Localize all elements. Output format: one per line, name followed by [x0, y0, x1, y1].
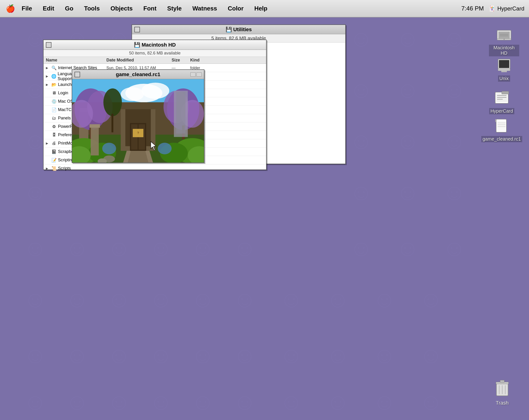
game-scene-svg: ? — [72, 79, 204, 162]
svg-text:☺: ☺ — [233, 342, 257, 368]
menu-edit[interactable]: Edit — [41, 4, 56, 13]
svg-text:☺: ☺ — [372, 389, 396, 415]
svg-text:?: ? — [137, 131, 139, 135]
game-titlebar: game_cleaned.rc1 — [72, 70, 204, 79]
menu-help[interactable]: Help — [252, 4, 269, 13]
svg-rect-28 — [176, 92, 185, 134]
menubar-items: File Edit Go Tools Objects Font Style Wa… — [20, 4, 461, 13]
file-name: Panels — [58, 116, 71, 121]
apple-icon: 🍎 — [6, 4, 15, 13]
svg-text:☺: ☺ — [107, 389, 131, 415]
file-icon: 📓 — [52, 149, 57, 154]
svg-text:☺: ☺ — [326, 286, 350, 312]
expand-triangle: ▶ — [46, 66, 50, 70]
svg-text:☺: ☺ — [65, 286, 89, 312]
apple-menu[interactable]: 🍎 — [5, 3, 16, 14]
svg-text:☺: ☺ — [396, 128, 420, 154]
desktop-icon-macintosh-hd[interactable]: Macintosh HD — [489, 25, 519, 56]
menu-go[interactable]: Go — [63, 4, 75, 13]
macintosh-hd-label: Macintosh HD — [489, 45, 519, 56]
desktop-icon-hypercard[interactable]: HyperCard — [487, 89, 517, 114]
file-icon: 🌐 — [51, 74, 56, 79]
macintosh-hd-icon — [495, 25, 513, 44]
menubar-right: 7:46 PM 🃏 HyperCard — [461, 5, 524, 12]
menubar: 🍎 File Edit Go Tools Objects Font Style … — [0, 0, 529, 17]
svg-rect-49 — [499, 60, 509, 68]
utilities-titlebar: 💾 Utilities — [132, 25, 345, 34]
desktop-icon-unix[interactable]: Unix — [489, 56, 519, 82]
svg-text:☺: ☺ — [349, 235, 373, 261]
game-cleaned-label: game_cleaned.rc1 — [481, 136, 522, 142]
file-icon: 🎛 — [52, 132, 57, 138]
menu-watness[interactable]: Watness — [190, 4, 219, 13]
svg-text:☺: ☺ — [23, 235, 47, 261]
hypercard-label: HyperCard — [489, 108, 515, 114]
file-name-cell: ▶ 📜 Scripts — [46, 166, 106, 171]
utilities-disk-icon: 💾 — [226, 26, 232, 32]
svg-text:☺: ☺ — [349, 77, 373, 103]
unix-label: Unix — [498, 75, 510, 82]
svg-text:☺: ☺ — [233, 235, 257, 261]
file-icon: ⚙ — [52, 124, 57, 129]
menu-tools[interactable]: Tools — [82, 4, 102, 13]
expand-triangle: ▶ — [46, 83, 50, 86]
menu-file[interactable]: File — [20, 4, 34, 13]
svg-text:☺: ☺ — [149, 342, 173, 368]
col-kind: Kind — [190, 58, 264, 63]
svg-text:☺: ☺ — [349, 128, 373, 154]
svg-rect-43 — [499, 32, 510, 39]
desktop: 🍎 File Edit Go Tools Objects Font Style … — [0, 0, 529, 420]
svg-text:☺: ☺ — [65, 389, 89, 415]
svg-rect-38 — [89, 124, 100, 128]
expand-triangle: ▶ — [46, 167, 50, 170]
svg-point-36 — [158, 143, 172, 154]
svg-text:☺: ☺ — [65, 235, 89, 261]
file-icon: 🔍 — [52, 66, 57, 71]
svg-text:☺: ☺ — [396, 235, 420, 261]
svg-text:☺: ☺ — [419, 389, 443, 415]
hypercard-icon-img — [492, 89, 511, 107]
svg-text:☺: ☺ — [442, 179, 466, 205]
hypercard-label: HyperCard — [497, 5, 524, 12]
svg-text:☺: ☺ — [149, 389, 173, 415]
menu-objects[interactable]: Objects — [108, 4, 134, 13]
svg-text:☺: ☺ — [396, 25, 420, 52]
svg-text:☺: ☺ — [396, 77, 420, 103]
trash-icon[interactable]: Trash — [494, 378, 510, 406]
svg-rect-26 — [112, 114, 113, 132]
svg-text:☺: ☺ — [191, 342, 215, 368]
svg-text:☺: ☺ — [442, 77, 466, 103]
menu-style[interactable]: Style — [165, 4, 184, 13]
svg-text:☺: ☺ — [279, 389, 303, 415]
file-icon: 🖨 — [52, 141, 57, 146]
svg-text:☺: ☺ — [419, 342, 443, 368]
svg-text:☺: ☺ — [349, 25, 373, 52]
file-icon: 📝 — [52, 158, 57, 163]
svg-text:☺: ☺ — [396, 179, 420, 205]
svg-text:☺: ☺ — [279, 286, 303, 312]
svg-text:☺: ☺ — [65, 342, 89, 368]
svg-text:☺: ☺ — [326, 342, 350, 368]
svg-text:☺: ☺ — [107, 235, 131, 261]
table-row[interactable]: ▶ 📜 Scripts — [43, 164, 266, 171]
svg-text:☺: ☺ — [442, 25, 466, 52]
file-name: Scripts — [58, 166, 71, 171]
expand-triangle: ▶ — [46, 142, 50, 145]
svg-text:☺: ☺ — [107, 342, 131, 368]
mac-hd-info: 50 items, 82.6 MB available — [43, 50, 266, 57]
menu-color[interactable]: Color — [226, 4, 245, 13]
desktop-icon-game-cleaned[interactable]: game_cleaned.rc1 — [487, 117, 517, 142]
svg-rect-66 — [500, 380, 504, 382]
svg-text:☺: ☺ — [442, 235, 466, 261]
menu-font[interactable]: Font — [142, 4, 158, 13]
hypercard-menu-item[interactable]: 🃏 HyperCard — [489, 5, 524, 12]
svg-text:☺: ☺ — [349, 179, 373, 205]
utilities-window-title: 💾 Utilities — [226, 26, 252, 33]
svg-rect-50 — [498, 69, 510, 71]
mac-hd-disk-icon: 💾 — [134, 42, 140, 48]
game-cleaned-icon-img — [492, 117, 511, 135]
svg-text:☺: ☺ — [191, 389, 215, 415]
expand-triangle: ▶ — [46, 75, 50, 78]
svg-text:☺: ☺ — [233, 389, 257, 415]
svg-text:☺: ☺ — [149, 235, 173, 261]
